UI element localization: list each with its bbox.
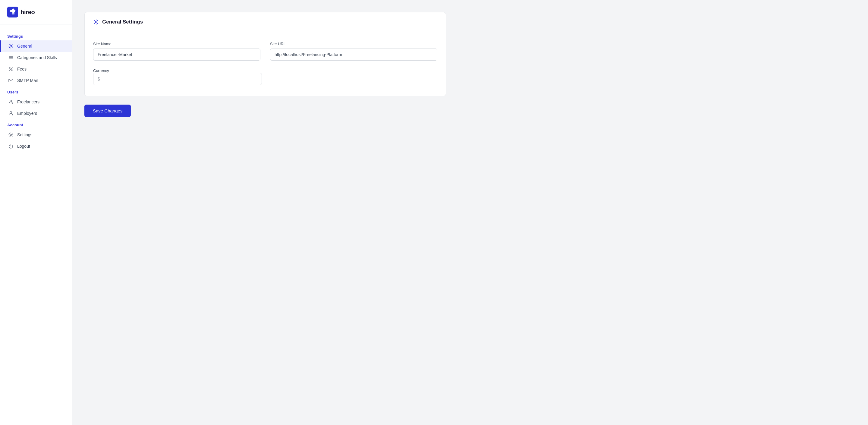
svg-point-10 [10,112,12,113]
save-button-container: Save Changes [84,104,446,117]
sidebar-item-fees-label: Fees [17,67,27,71]
sidebar-item-employers[interactable]: Employers [0,108,72,119]
currency-label: Currency [93,68,109,73]
sidebar-item-logout[interactable]: Logout [0,141,72,152]
sidebar-item-smtp-mail[interactable]: SMTP Mail [0,75,72,86]
svg-point-12 [95,21,97,23]
main-content: General Settings Site Name Site URL Curr… [72,0,868,425]
sidebar-item-categories-skills[interactable]: Categories and Skills [0,52,72,63]
nav-section-settings: Settings [0,30,72,40]
site-url-label: Site URL [270,41,437,46]
svg-point-9 [10,100,12,102]
logo-container: hireo [0,0,72,24]
sidebar-nav: Settings General Categories and Skills [0,24,72,425]
svg-line-5 [9,67,12,70]
svg-point-7 [11,70,12,70]
mail-icon [8,78,13,83]
currency-prefix: $ [93,73,104,85]
site-url-input[interactable] [270,49,437,61]
svg-point-11 [10,134,12,135]
sidebar-item-fees[interactable]: Fees [0,63,72,75]
sidebar-item-freelancers-label: Freelancers [17,99,39,104]
currency-input[interactable] [104,73,261,85]
sidebar-item-categories-label: Categories and Skills [17,55,57,60]
menu-icon [8,55,13,60]
site-url-group: Site URL [270,41,437,61]
card-header: General Settings [85,12,446,32]
settings-icon [8,43,13,49]
nav-section-users: Users [0,86,72,96]
site-name-label: Site Name [93,41,260,46]
employers-user-icon [8,111,13,116]
general-settings-card: General Settings Site Name Site URL Curr… [84,12,446,96]
sidebar-item-general[interactable]: General [0,40,72,52]
sidebar-item-account-settings-label: Settings [17,132,33,137]
general-settings-icon [93,19,99,25]
card-body: Site Name Site URL Currency $ [85,32,446,96]
hireo-logo-icon [7,7,18,18]
svg-point-6 [9,67,10,68]
percent-icon [8,66,13,72]
currency-group: Currency $ [93,68,262,85]
freelancers-user-icon [8,99,13,104]
app-name: hireo [21,9,35,16]
sidebar-item-account-settings[interactable]: Settings [0,129,72,141]
form-row-1: Site Name Site URL [93,41,437,61]
currency-input-wrapper: $ [93,73,262,85]
site-name-group: Site Name [93,41,260,61]
nav-section-account: Account [0,119,72,129]
save-changes-button[interactable]: Save Changes [84,104,131,117]
site-name-input[interactable] [93,49,260,61]
sidebar-item-logout-label: Logout [17,144,30,149]
gear-icon [8,132,13,138]
sidebar-item-employers-label: Employers [17,111,37,116]
sidebar-item-general-label: General [17,44,32,49]
card-title: General Settings [102,19,143,25]
sidebar-item-smtp-label: SMTP Mail [17,78,38,83]
svg-point-1 [10,45,12,47]
sidebar: hireo Settings General Categories a [0,0,72,425]
sidebar-item-freelancers[interactable]: Freelancers [0,96,72,108]
power-icon [8,144,13,149]
